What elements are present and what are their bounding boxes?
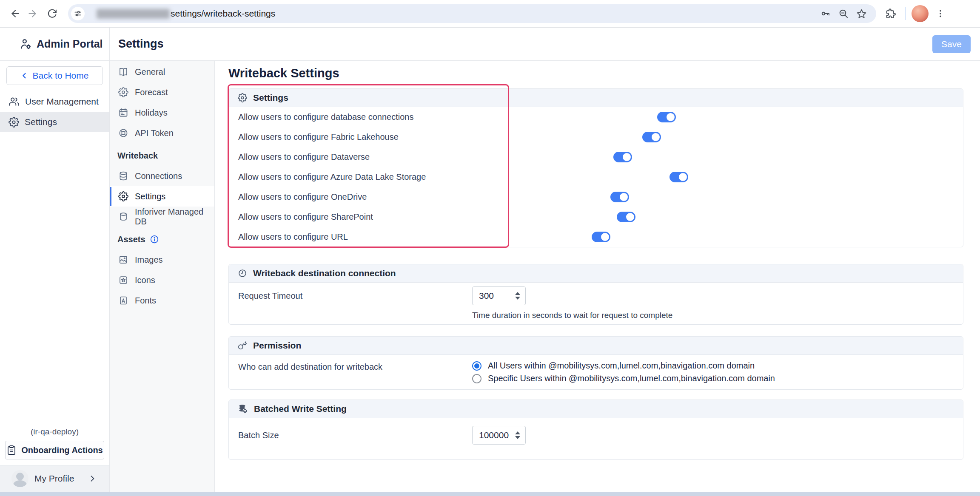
permission-field-label: Who can add destination for writeback bbox=[238, 362, 382, 372]
nav-label: Inforiver Managed DB bbox=[135, 207, 214, 227]
browser-profile-avatar[interactable] bbox=[912, 5, 929, 22]
settings-nav-general[interactable]: General bbox=[110, 62, 214, 82]
save-button[interactable]: Save bbox=[932, 35, 971, 53]
assets-section-header: Assets bbox=[110, 229, 214, 249]
sidebar-item-settings[interactable]: Settings bbox=[0, 112, 109, 132]
permission-radio-group: All Users within @mobilitysys.com,lumel.… bbox=[472, 361, 775, 383]
my-profile-label: My Profile bbox=[34, 473, 82, 484]
nav-label: Images bbox=[135, 255, 163, 265]
radio-option-all-users[interactable]: All Users within @mobilitysys.com,lumel.… bbox=[472, 361, 775, 371]
settings-nav-api-token[interactable]: API Token bbox=[110, 123, 214, 143]
nav-label: Icons bbox=[135, 275, 155, 285]
sidebar-item-user-management[interactable]: User Management bbox=[0, 92, 109, 111]
nav-label: Settings bbox=[135, 192, 165, 201]
settings-nav-inforiver-managed-db[interactable]: Inforiver Managed DB bbox=[110, 207, 214, 227]
info-icon[interactable] bbox=[150, 235, 159, 244]
url-redacted-segment bbox=[97, 9, 170, 19]
settings-nav-fonts[interactable]: Fonts bbox=[110, 290, 214, 311]
toggle-url[interactable] bbox=[592, 232, 610, 242]
toggle-label: Allow users to configure OneDrive bbox=[238, 192, 367, 202]
browser-back-icon[interactable] bbox=[7, 5, 24, 22]
toggle-fabric-lakehouse[interactable] bbox=[642, 132, 661, 142]
permission-card-body: Who can add destination for writeback Al… bbox=[229, 355, 963, 389]
book-icon bbox=[118, 67, 128, 77]
permission-card: Permission Who can add destination for w… bbox=[228, 336, 963, 390]
radio-option-specific-users[interactable]: Specific Users within @mobilitysys.com,l… bbox=[472, 374, 775, 383]
toggle-row: Allow users to configure OneDrive bbox=[229, 187, 963, 207]
destination-card-body: Request Timeout 300 Time duration in sec… bbox=[229, 283, 963, 324]
toggle-azure-data-lake[interactable] bbox=[669, 172, 688, 182]
app-header: Admin Portal Settings Save bbox=[0, 28, 980, 61]
toggle-database-connections[interactable] bbox=[657, 112, 676, 122]
clipboard-icon bbox=[6, 445, 17, 455]
destination-card-title: Writeback destination connection bbox=[253, 268, 396, 278]
back-to-home-label: Back to Home bbox=[33, 71, 89, 81]
toggle-label: Allow users to configure Azure Data Lake… bbox=[238, 172, 426, 182]
batch-size-input[interactable]: 100000 bbox=[472, 426, 526, 445]
toggle-row: Allow users to configure database connec… bbox=[229, 107, 963, 127]
radio-unselected-icon[interactable] bbox=[472, 374, 481, 383]
password-key-icon[interactable] bbox=[817, 5, 835, 23]
request-timeout-input[interactable]: 300 bbox=[472, 286, 526, 305]
onboarding-actions-button[interactable]: Onboarding Actions bbox=[5, 441, 104, 459]
permission-card-header: Permission bbox=[229, 337, 963, 355]
toggle-row: Allow users to configure URL bbox=[229, 227, 963, 247]
writeback-section-header: Writeback bbox=[110, 145, 214, 166]
browser-reload-icon[interactable] bbox=[43, 5, 60, 22]
main-content: Writeback Settings Settings Allow users … bbox=[215, 61, 980, 492]
settings-nav-connections[interactable]: Connections bbox=[110, 166, 214, 186]
settings-card-title: Settings bbox=[253, 93, 288, 103]
calendar-icon bbox=[118, 108, 128, 118]
settings-nav-images[interactable]: Images bbox=[110, 249, 214, 270]
batched-write-card: Batched Write Setting Batch Size 100000 bbox=[228, 400, 963, 460]
toggle-dataverse[interactable] bbox=[613, 152, 632, 162]
settings-nav-icons[interactable]: Icons bbox=[110, 270, 214, 290]
nav-label: Holidays bbox=[135, 108, 168, 118]
toggle-label: Allow users to configure database connec… bbox=[238, 112, 413, 122]
settings-sidebar: General Forecast Holidays API Token Writ… bbox=[110, 61, 215, 492]
image-icon bbox=[118, 255, 128, 265]
batched-write-card-header: Batched Write Setting bbox=[229, 400, 963, 418]
extensions-puzzle-icon[interactable] bbox=[882, 5, 899, 22]
site-settings-icon[interactable] bbox=[71, 7, 85, 20]
zoom-icon[interactable] bbox=[835, 5, 852, 23]
browser-toolbar: settings/writeback-settings bbox=[0, 0, 980, 28]
browser-menu-icon[interactable] bbox=[932, 5, 949, 22]
toggle-label: Allow users to configure Fabric Lakehous… bbox=[238, 132, 399, 142]
my-profile-row[interactable]: My Profile bbox=[0, 465, 109, 492]
stepper-icon[interactable] bbox=[514, 291, 521, 301]
writeback-settings-title: Writeback Settings bbox=[228, 66, 980, 80]
assets-header-label: Assets bbox=[117, 235, 145, 244]
radio-label: All Users within @mobilitysys.com,lumel.… bbox=[488, 361, 755, 371]
address-bar[interactable]: settings/writeback-settings bbox=[68, 4, 876, 23]
url-text: settings/writeback-settings bbox=[171, 9, 275, 19]
batched-write-card-body: Batch Size 100000 bbox=[229, 418, 963, 459]
settings-nav-holidays[interactable]: Holidays bbox=[110, 102, 214, 123]
destination-card-header: Writeback destination connection bbox=[229, 264, 963, 283]
chevron-right-icon bbox=[88, 474, 97, 483]
gear-icon bbox=[118, 87, 128, 97]
database-icon bbox=[118, 212, 128, 222]
toggle-label: Allow users to configure Dataverse bbox=[238, 152, 370, 162]
browser-forward-icon[interactable] bbox=[24, 5, 41, 22]
app-title: Admin Portal bbox=[37, 38, 103, 50]
toggle-label: Allow users to configure SharePoint bbox=[238, 212, 373, 222]
stepper-icon[interactable] bbox=[514, 430, 521, 440]
bookmark-star-icon[interactable] bbox=[852, 5, 870, 23]
admin-portal-icon bbox=[20, 38, 32, 51]
toggle-onedrive[interactable] bbox=[610, 192, 629, 202]
back-to-home-button[interactable]: Back to Home bbox=[6, 66, 103, 85]
star-card-icon bbox=[118, 275, 128, 285]
settings-nav-forecast[interactable]: Forecast bbox=[110, 82, 214, 102]
toggle-row: Allow users to configure Dataverse bbox=[229, 147, 963, 167]
chevron-left-icon bbox=[21, 72, 28, 79]
sidebar-item-label: Settings bbox=[25, 117, 57, 127]
settings-nav-settings[interactable]: Settings bbox=[110, 186, 214, 207]
nav-label: Fonts bbox=[135, 296, 156, 306]
toggle-sharepoint[interactable] bbox=[617, 212, 635, 222]
toggle-row: Allow users to configure SharePoint bbox=[229, 207, 963, 227]
batch-size-label: Batch Size bbox=[238, 431, 279, 440]
users-icon bbox=[9, 96, 20, 107]
gear-icon bbox=[9, 117, 19, 128]
radio-selected-icon[interactable] bbox=[472, 361, 481, 371]
